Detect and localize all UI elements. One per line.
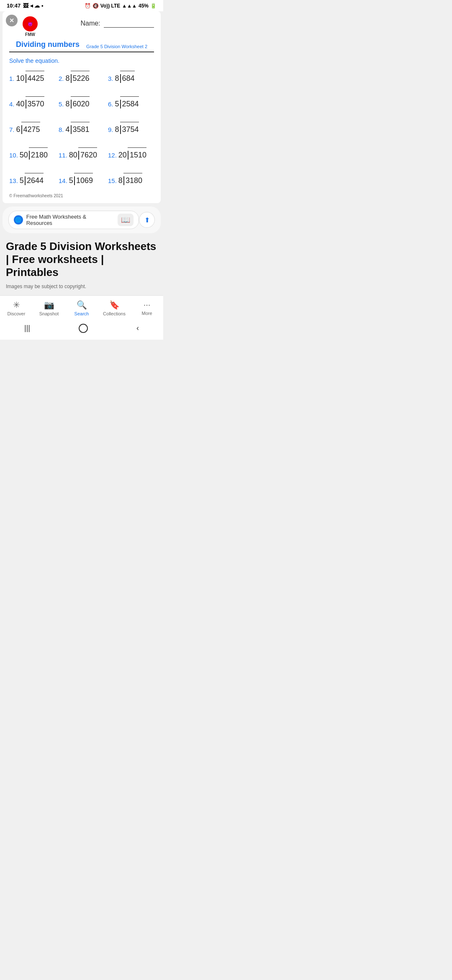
dividend: 3754 <box>120 125 139 134</box>
status-left: 10:47 🖼 ◂ ☁ • <box>7 3 44 9</box>
copyright: © Freemathworksheets 2021 <box>3 190 161 203</box>
dividend: 3570 <box>26 100 44 108</box>
discover-icon: ✳ <box>13 300 20 310</box>
home-button[interactable] <box>79 324 88 333</box>
dividend: 4425 <box>26 74 44 83</box>
bottom-nav: ✳Discover📷Snapshot🔍Search🔖Collections···… <box>0 295 163 320</box>
answer-line <box>26 71 44 74</box>
problem-number: 15. <box>108 177 117 185</box>
problem-3: 3. 8 684 <box>108 69 154 85</box>
signal-bars: ▲▲▲ <box>122 3 137 9</box>
problem-15: 15. 8 3180 <box>108 171 154 187</box>
nav-item-search[interactable]: 🔍Search <box>69 300 94 316</box>
snapshot-label: Snapshot <box>39 311 59 316</box>
nav-item-discover[interactable]: ✳Discover <box>4 300 29 316</box>
dividend: 2584 <box>120 100 139 108</box>
divisor: 8 <box>66 100 70 108</box>
share-button[interactable]: ⬆ <box>139 212 155 228</box>
divisor: 5 <box>20 176 24 185</box>
division-box: 1069 <box>74 173 93 185</box>
division-box: 3180 <box>123 173 142 185</box>
problem-8: 8. 4 3581 <box>59 120 105 136</box>
discover-label: Discover <box>8 311 26 316</box>
division-box: 5226 <box>71 71 90 83</box>
answer-line <box>71 96 90 100</box>
division-box: 2644 <box>25 173 44 185</box>
book-overlay-icon: 📖 <box>118 214 134 226</box>
division-box: 7620 <box>78 147 97 160</box>
nav-item-snapshot[interactable]: 📷Snapshot <box>36 300 62 316</box>
division-box: 2584 <box>120 96 139 108</box>
dividend: 2644 <box>25 176 44 185</box>
division-box: 3570 <box>26 96 44 108</box>
alarm-icon: ⏰ <box>85 3 91 9</box>
name-label: Name: <box>80 20 100 27</box>
dividend: 1510 <box>128 151 146 160</box>
problem-10: 10. 50 2180 <box>9 146 55 161</box>
problem-number: 13. <box>9 177 18 185</box>
battery: 45% <box>139 3 149 9</box>
snapshot-icon: 📷 <box>44 300 54 310</box>
divisor: 50 <box>20 151 28 160</box>
division-box: 1510 <box>128 147 146 160</box>
logo-face: 😈 <box>28 22 33 26</box>
answer-line <box>74 173 93 176</box>
more-label: More <box>141 311 152 316</box>
problem-number: 2. <box>59 75 64 83</box>
problem-number: 7. <box>9 126 15 134</box>
problem-number: 4. <box>9 101 15 108</box>
division-box: 4275 <box>21 122 40 134</box>
divisor: 80 <box>69 151 77 160</box>
problem-5: 5. 8 6020 <box>59 95 105 110</box>
site-name: Free Math Worksheets & Resources <box>26 214 113 226</box>
nav-item-more[interactable]: ···More <box>134 300 159 316</box>
status-icons: 🖼 ◂ ☁ • <box>23 3 43 9</box>
division-box: 6020 <box>71 96 90 108</box>
problem-number: 10. <box>9 152 18 160</box>
problem-number: 8. <box>59 126 64 134</box>
nav-item-collections[interactable]: 🔖Collections <box>102 300 127 316</box>
search-label: Search <box>74 311 89 316</box>
page-title: Grade 5 Division Worksheets | Free works… <box>6 240 157 279</box>
problem-1: 1. 10 4425 <box>9 69 55 85</box>
problem-number: 6. <box>108 101 113 108</box>
divisor: 8 <box>115 74 119 83</box>
search-icon: 🔍 <box>77 300 87 310</box>
info-bar: 🌐 Free Math Worksheets & Resources 📖 ⬆ <box>3 206 161 233</box>
copyright-notice: Images may be subject to copyright. <box>0 281 163 292</box>
site-info[interactable]: 🌐 Free Math Worksheets & Resources 📖 <box>8 211 139 229</box>
problem-14: 14. 5 1069 <box>59 171 105 187</box>
dividend: 1069 <box>74 176 93 185</box>
close-button[interactable]: ✕ <box>6 15 18 26</box>
division-box: 3754 <box>120 122 139 134</box>
problem-13: 13. 5 2644 <box>9 171 55 187</box>
divisor: 8 <box>66 74 70 83</box>
signal-text: Vo)) LTE <box>100 3 121 9</box>
share-icon: ⬆ <box>144 216 150 224</box>
answer-line <box>21 122 40 125</box>
problem-number: 11. <box>59 152 67 160</box>
problem-2: 2. 8 5226 <box>59 69 105 85</box>
name-line <box>104 20 154 28</box>
problem-12: 12. 20 1510 <box>108 146 154 161</box>
status-right: ⏰ 🔇 Vo)) LTE ▲▲▲ 45% 🔋 <box>85 3 157 9</box>
logo-text: FMW <box>25 32 35 37</box>
divisor: 5 <box>115 100 119 108</box>
answer-line <box>128 147 146 151</box>
page-title-area: Grade 5 Division Worksheets | Free works… <box>0 235 163 281</box>
answer-line <box>120 71 135 74</box>
back-button[interactable]: ‹ <box>136 324 139 333</box>
logo-area: 😈 FMW <box>23 16 38 37</box>
worksheet-card: ✕ 😈 FMW Name: Dividing numbers Grade 5 D… <box>3 11 161 203</box>
divisor: 8 <box>118 176 123 185</box>
answer-line <box>71 122 90 125</box>
menu-button[interactable]: ||| <box>24 324 30 333</box>
problem-number: 5. <box>59 101 64 108</box>
worksheet-title: Dividing numbers <box>16 40 80 49</box>
collections-icon: 🔖 <box>109 300 120 310</box>
problem-number: 3. <box>108 75 113 83</box>
mute-icon: 🔇 <box>92 3 99 9</box>
problem-number: 14. <box>59 177 67 185</box>
dividend: 4275 <box>21 125 40 134</box>
time: 10:47 <box>7 3 21 9</box>
